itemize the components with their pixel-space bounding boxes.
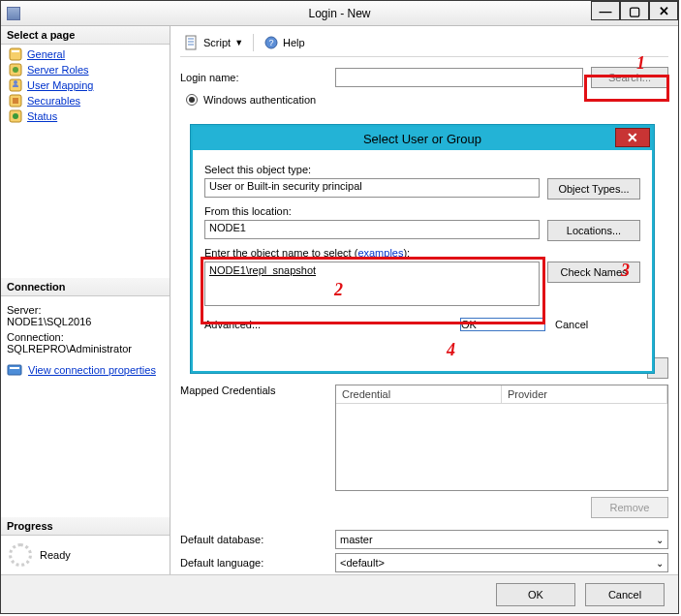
connection-info: Server: NODE1\SQL2016 Connection: SQLREP…: [1, 296, 170, 358]
dialog-body: Select this object type: User or Built-i…: [193, 150, 652, 339]
cancel-button[interactable]: Cancel: [585, 583, 665, 606]
default-language-row: Default language: <default> ⌄: [180, 553, 668, 572]
help-icon: ?: [263, 35, 279, 50]
svg-rect-12: [186, 36, 196, 49]
credentials-header: Credential Provider: [336, 385, 667, 404]
mapped-credentials-row: Mapped Credentials Credential Provider: [180, 385, 668, 491]
dropdown-icon: ▼: [234, 38, 243, 47]
login-name-label: Login name:: [180, 72, 335, 83]
windows-auth-radio[interactable]: Windows authentication: [186, 94, 668, 106]
toolbar: Script ▼ ? Help: [180, 32, 668, 57]
provider-col: Provider: [502, 385, 667, 403]
dialog-ok-button[interactable]: OK: [460, 318, 545, 331]
page-icon: [9, 94, 22, 108]
page-server-roles[interactable]: Server Roles: [5, 62, 166, 77]
progress-spinner-icon: [9, 543, 32, 567]
radio-icon: [186, 94, 198, 106]
object-name-input[interactable]: NODE1\repl_snapshot: [204, 262, 540, 306]
select-user-or-group-dialog: Select User or Group ✕ Select this objec…: [191, 125, 654, 373]
object-name-label: Enter the object name to select (example…: [204, 247, 640, 259]
combo-value: <default>: [340, 557, 385, 569]
page-label: Securables: [27, 95, 80, 107]
page-status[interactable]: Status: [5, 108, 166, 124]
window-title: Login - New: [1, 7, 678, 20]
script-icon: [184, 35, 200, 50]
svg-rect-7: [13, 98, 18, 104]
location-label: From this location:: [204, 205, 640, 217]
credential-col: Credential: [336, 385, 502, 403]
progress-row: Ready: [1, 536, 170, 574]
view-connection-properties-link[interactable]: View connection properties: [1, 358, 170, 382]
chevron-down-icon: ⌄: [656, 558, 664, 569]
svg-point-9: [13, 113, 18, 119]
connection-header: Connection: [1, 278, 170, 296]
object-type-label: Select this object type:: [204, 164, 640, 175]
script-button[interactable]: Script ▼: [180, 33, 247, 52]
svg-rect-1: [12, 50, 19, 52]
left-pane: Select a page General Server Roles User …: [1, 26, 170, 574]
advanced-button[interactable]: Advanced...: [204, 319, 290, 330]
dialog-titlebar: Select User or Group ✕: [193, 127, 652, 150]
dialog-cancel-button[interactable]: Cancel: [555, 319, 640, 330]
mapped-credentials-list[interactable]: Credential Provider: [335, 385, 668, 491]
page-icon: [9, 63, 22, 77]
help-label: Help: [283, 37, 305, 48]
location-input: NODE1: [204, 220, 540, 239]
dialog-title: Select User or Group: [193, 132, 652, 146]
search-button[interactable]: Search...: [591, 67, 668, 88]
server-label: Server:: [7, 304, 164, 316]
remove-button: Remove: [591, 497, 668, 518]
help-button[interactable]: ? Help: [260, 33, 309, 52]
close-button[interactable]: ✕: [649, 1, 678, 20]
page-user-mapping[interactable]: User Mapping: [5, 77, 166, 93]
maximize-button[interactable]: ▢: [620, 1, 649, 20]
page-label: General: [27, 48, 65, 60]
default-database-label: Default database:: [180, 534, 335, 545]
chevron-down-icon: ⌄: [656, 535, 664, 545]
link-text: View connection properties: [28, 364, 156, 376]
page-label: Server Roles: [27, 64, 89, 76]
locations-button[interactable]: Locations...: [547, 220, 640, 241]
check-names-button[interactable]: Check Names: [547, 262, 640, 283]
ok-button[interactable]: OK: [496, 583, 575, 606]
default-language-combo[interactable]: <default> ⌄: [335, 553, 668, 572]
svg-point-3: [13, 67, 18, 73]
server-value: NODE1\SQL2016: [7, 316, 164, 327]
combo-value: master: [340, 534, 373, 545]
examples-link[interactable]: examples: [357, 247, 403, 259]
minimize-button[interactable]: —: [591, 1, 620, 20]
svg-text:?: ?: [269, 38, 274, 47]
page-icon: [9, 47, 22, 61]
svg-rect-10: [8, 365, 21, 375]
progress-text: Ready: [40, 549, 71, 561]
window-buttons: — ▢ ✕: [591, 1, 678, 20]
page-icon: [9, 109, 22, 123]
select-page-header: Select a page: [1, 26, 170, 45]
script-label: Script: [203, 37, 231, 48]
default-database-combo[interactable]: master ⌄: [335, 530, 668, 549]
svg-point-5: [14, 80, 17, 84]
page-icon: [9, 78, 22, 92]
dialog-close-button[interactable]: ✕: [615, 128, 650, 147]
titlebar: Login - New — ▢ ✕: [1, 1, 678, 26]
default-database-row: Default database: master ⌄: [180, 530, 668, 549]
page-label: User Mapping: [27, 79, 93, 91]
svg-rect-11: [10, 367, 19, 369]
login-name-input[interactable]: [335, 68, 583, 87]
connection-value: SQLREPRO\Administrator: [7, 343, 164, 354]
object-types-button[interactable]: Object Types...: [547, 178, 640, 200]
page-list: General Server Roles User Mapping Secura…: [1, 45, 170, 141]
connection-label: Connection:: [7, 331, 164, 343]
page-label: Status: [27, 110, 57, 122]
properties-icon: [7, 362, 22, 378]
progress-header: Progress: [1, 517, 170, 536]
page-securables[interactable]: Securables: [5, 93, 166, 108]
bottom-bar: OK Cancel: [1, 574, 678, 613]
object-type-input: User or Built-in security principal: [204, 178, 540, 198]
default-language-label: Default language:: [180, 557, 335, 569]
svg-rect-0: [10, 48, 21, 60]
page-general[interactable]: General: [5, 46, 166, 62]
login-name-row: Login name: Search...: [180, 67, 668, 88]
mapped-credentials-label: Mapped Credentials: [180, 385, 335, 491]
login-new-window: Login - New — ▢ ✕ Select a page General …: [0, 0, 679, 614]
